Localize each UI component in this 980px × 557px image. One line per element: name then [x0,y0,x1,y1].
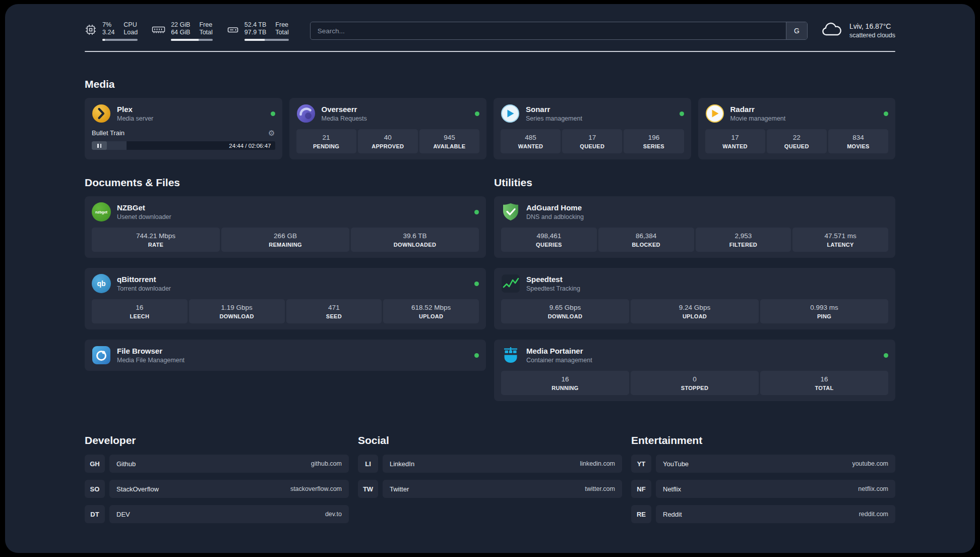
stat-value: 17 [707,134,763,141]
app-card-plex[interactable]: Plex Media server Bullet Train ⚙ 24:44 /… [85,98,282,159]
bookmark-url: youtube.com [852,460,888,467]
pause-button[interactable] [92,141,107,150]
stat-label: TOTAL [762,385,886,391]
stat-tile: 21 PENDING [296,129,356,153]
bookmark-name: Netflix [663,485,681,493]
search-input[interactable] [310,22,808,40]
entertainment-bookmarks: Entertainment YT YouTube youtube.com NF … [631,434,895,530]
search-bar: G [310,22,808,40]
search-engine-button[interactable]: G [786,22,807,39]
disk-icon [227,24,239,38]
stat-tile: 47.571 ms LATENCY [792,228,888,252]
app-card-filebrowser[interactable]: File Browser Media File Management [85,340,486,371]
documents-column: Documents & Files nzbget NZBGet Usenet d… [85,177,486,381]
linkedin-icon[interactable]: LI [358,455,378,473]
stat-label: PENDING [298,143,354,149]
disk-label-2: Total [275,29,288,36]
app-desc: Container management [526,357,592,364]
bookmark-name: DEV [116,511,130,518]
status-dot [884,353,888,358]
disk-labels: Free Total [275,21,288,36]
app-name: Radarr [730,105,786,114]
cloud-icon [821,22,843,40]
stat-value: 498,461 [503,232,595,240]
app-desc: Torrent downloader [117,285,171,292]
stat-label: SERIES [626,143,682,149]
sonarr-icon [501,104,520,123]
reddit-icon[interactable]: RE [631,505,651,523]
stat-value: 16 [762,375,886,383]
app-desc: Series management [526,115,582,122]
weather-location: Lviv, 16.87°C [849,22,895,31]
section-title-documents: Documents & Files [85,177,486,189]
disk-usage-bar [244,39,289,41]
twitter-icon[interactable]: TW [358,480,378,498]
stat-value: 9.24 Gbps [633,304,757,311]
stat-value: 40 [360,134,416,141]
dev-icon[interactable]: DT [85,505,105,523]
bookmark-twitter[interactable]: Twitter twitter.com [383,480,622,498]
disk-values: 52.4 TB 97.9 TB [244,21,267,36]
bookmark-linkedin[interactable]: LinkedIn linkedin.com [383,455,622,473]
github-icon[interactable]: GH [85,455,105,473]
bookmark-stackoverflow[interactable]: StackOverflow stackoverflow.com [109,480,349,498]
stat-tile: 17 QUEUED [562,129,622,153]
app-card-radarr[interactable]: Radarr Movie management 17 WANTED 22 QUE… [698,98,896,159]
app-card-portainer[interactable]: Media Portainer Container management 16 … [494,340,895,401]
youtube-icon[interactable]: YT [631,455,651,473]
screenshot-frame: 7% 3.24 CPU Load [0,0,980,557]
stat-label: WANTED [503,143,559,149]
app-card-overseerr[interactable]: Overseerr Media Requests 21 PENDING 40 A… [289,98,487,159]
stat-value: 16 [94,304,186,311]
stat-label: DOWNLOAD [191,313,283,319]
app-card-adguard[interactable]: AdGuard Home DNS and adblocking 498,461 … [494,196,895,258]
cpu-labels: CPU Load [124,21,138,36]
stat-value: 2,953 [698,232,789,240]
stackoverflow-icon[interactable]: SO [85,480,105,498]
stat-label: AVAILABLE [421,143,477,149]
disk-monitor: 52.4 TB 97.9 TB Free Total [227,21,289,41]
section-title-media: Media [85,78,895,90]
bookmark-reddit[interactable]: Reddit reddit.com [656,505,895,523]
bookmark-github[interactable]: Github github.com [109,455,349,473]
bookmark-name: YouTube [663,460,689,468]
cpu-usage-bar [102,39,138,41]
app-card-nzbget[interactable]: nzbget NZBGet Usenet downloader 744.21 M… [85,196,486,258]
stat-label: UPLOAD [385,313,477,319]
nzbget-icon-text: nzbget [95,210,107,214]
cpu-icon [85,24,97,38]
bookmark-row: YT YouTube youtube.com [631,455,895,473]
social-bookmarks: Social LI LinkedIn linkedin.com TW Twitt… [358,434,622,530]
disk-label: Free [275,21,288,29]
stat-tile: 16 RUNNING [501,371,629,395]
netflix-icon[interactable]: NF [631,480,651,498]
stat-value: 47.571 ms [794,232,886,240]
stat-label: UPLOAD [633,313,757,319]
stat-value: 945 [421,134,477,141]
overseerr-icon [296,104,316,123]
gear-icon[interactable]: ⚙ [268,129,275,137]
app-name: Media Portainer [526,347,592,355]
stat-label: STOPPED [633,385,757,391]
bookmark-netflix[interactable]: Netflix netflix.com [656,480,895,498]
ram-icon [152,24,165,37]
app-desc: Media server [117,115,153,122]
app-desc: Usenet downloader [117,213,171,220]
app-card-qbittorrent[interactable]: qb qBittorrent Torrent downloader 16 LEE… [85,268,486,329]
bookmark-name: StackOverflow [116,485,159,493]
stat-value: 86,384 [600,232,692,240]
stat-label: QUEUED [769,143,825,149]
bookmark-youtube[interactable]: YouTube youtube.com [656,455,895,473]
status-dot [474,210,479,214]
section-title-social: Social [358,434,622,447]
bookmark-url: dev.to [325,511,342,518]
stat-value: 834 [830,134,886,141]
stat-tile: 16 LEECH [92,299,188,323]
section-title-entertainment: Entertainment [631,434,895,447]
app-card-speedtest[interactable]: Speedtest Speedtest Tracking 9.65 Gbps D… [494,268,895,329]
app-card-sonarr[interactable]: Sonarr Series management 485 WANTED 17 Q… [494,98,691,159]
bookmark-dev[interactable]: DEV dev.to [109,505,349,523]
weather-widget: Lviv, 16.87°C scattered clouds [821,22,895,40]
now-playing-title: Bullet Train [92,129,125,137]
bookmark-row: TW Twitter twitter.com [358,480,622,498]
